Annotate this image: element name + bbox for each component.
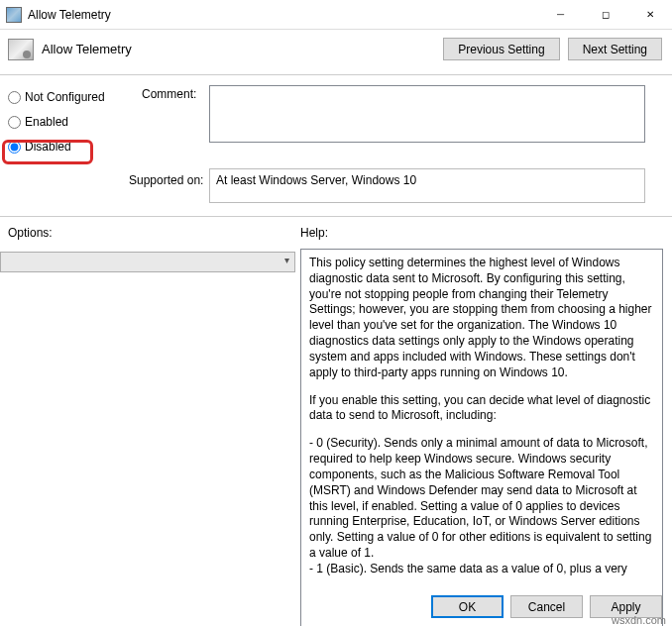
radio-enabled-input[interactable] xyxy=(8,116,21,129)
previous-setting-button[interactable]: Previous Setting xyxy=(443,38,559,60)
radio-label: Not Configured xyxy=(25,90,105,104)
lower-panel: Options: Help: This policy setting deter… xyxy=(0,216,672,217)
help-paragraph: - 0 (Security). Sends only a minimal amo… xyxy=(309,436,654,562)
supported-on-label: Supported on: xyxy=(129,173,203,187)
options-label: Options: xyxy=(8,226,53,240)
state-radio-group: Not Configured Enabled Disabled xyxy=(8,87,127,161)
radio-enabled[interactable]: Enabled xyxy=(8,112,127,137)
window-icon xyxy=(6,7,22,23)
help-paragraph: If you enable this setting, you can deci… xyxy=(309,393,654,425)
radio-disabled[interactable]: Disabled xyxy=(8,137,127,161)
help-paragraph: - 1 (Basic). Sends the same data as a va… xyxy=(309,562,654,577)
policy-title: Allow Telemetry xyxy=(42,42,443,56)
radio-disabled-input[interactable] xyxy=(8,141,21,154)
comment-label: Comment: xyxy=(142,87,196,101)
watermark-text: wsxdn.com xyxy=(612,614,666,626)
minimize-button[interactable]: ─ xyxy=(538,0,583,29)
comment-textarea[interactable] xyxy=(209,85,645,143)
radio-label: Enabled xyxy=(25,115,68,129)
cancel-button[interactable]: Cancel xyxy=(510,595,583,618)
supported-on-value: At least Windows Server, Windows 10 xyxy=(209,168,645,203)
help-text-box[interactable]: This policy setting determines the highe… xyxy=(300,249,663,626)
next-setting-button[interactable]: Next Setting xyxy=(568,38,662,60)
policy-icon xyxy=(8,39,34,60)
header: Allow Telemetry Previous Setting Next Se… xyxy=(0,30,672,75)
title-bar: Allow Telemetry ─ ◻ ✕ xyxy=(0,0,672,30)
help-paragraph: This policy setting determines the highe… xyxy=(309,256,654,381)
radio-not-configured[interactable]: Not Configured xyxy=(8,87,127,112)
ok-button[interactable]: OK xyxy=(431,595,504,618)
help-label: Help: xyxy=(300,226,328,240)
options-dropdown[interactable] xyxy=(0,252,295,272)
window-controls: ─ ◻ ✕ xyxy=(538,0,672,29)
maximize-button[interactable]: ◻ xyxy=(583,0,627,29)
close-button[interactable]: ✕ xyxy=(627,0,672,29)
radio-not-configured-input[interactable] xyxy=(8,91,21,104)
window-title: Allow Telemetry xyxy=(28,8,538,22)
radio-label: Disabled xyxy=(25,140,71,154)
